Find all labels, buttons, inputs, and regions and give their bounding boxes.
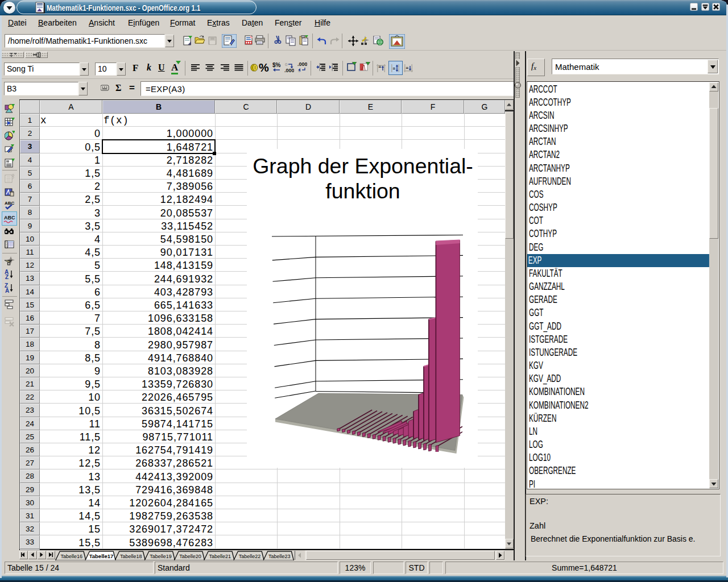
svg-text:$%: $% [272,62,281,68]
svg-text:.000: .000 [297,62,307,67]
svg-text:=: = [379,64,382,69]
svg-text:Graph der Exponential-: Graph der Exponential- [253,154,473,178]
svg-text:.000: .000 [284,68,294,73]
svg-text:ABC: ABC [5,201,15,206]
svg-text:Tabelle22: Tabelle22 [239,554,261,559]
svg-text:Z: Z [5,274,9,280]
svg-text:Tabelle18: Tabelle18 [120,554,142,559]
svg-text:Tabelle19: Tabelle19 [150,554,172,559]
svg-text:ABC: ABC [4,215,15,221]
svg-text:funktion: funktion [325,179,400,203]
svg-text:=: = [406,65,409,70]
svg-text:Tabelle16: Tabelle16 [61,554,83,559]
svg-text:Tabelle21: Tabelle21 [209,554,231,559]
svg-text:0: 0 [285,62,288,67]
svg-text:A: A [5,288,9,293]
svg-text:Tabelle20: Tabelle20 [179,554,201,559]
svg-text:Tabelle23: Tabelle23 [268,554,291,559]
svg-text:=: = [393,66,396,71]
svg-text:Tabelle17: Tabelle17 [89,553,114,559]
